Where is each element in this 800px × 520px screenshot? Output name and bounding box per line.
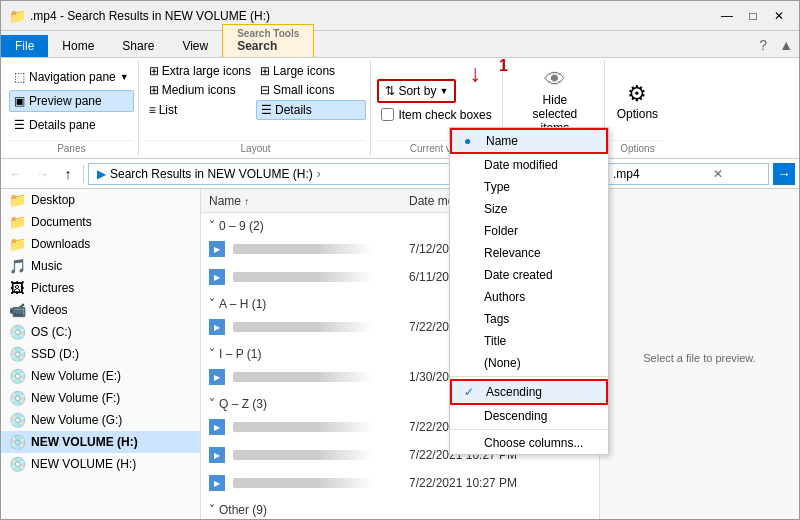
vol-h-active-icon: 💿 bbox=[9, 434, 25, 450]
sidebar-item-os-c[interactable]: 💿 OS (C:) bbox=[1, 321, 200, 343]
group-a-h-chevron[interactable]: ˅ bbox=[209, 297, 215, 311]
up-button[interactable]: ↑ bbox=[57, 163, 79, 185]
file-icon: ▶ bbox=[209, 369, 225, 385]
group-q-z-label: Q – Z (3) bbox=[219, 397, 267, 411]
sort-by-none-item[interactable]: (None) bbox=[450, 352, 608, 374]
sort-by-folder-item[interactable]: Folder bbox=[450, 220, 608, 242]
sort-authors-label: Authors bbox=[484, 290, 596, 304]
tab-home[interactable]: Home bbox=[48, 35, 108, 57]
sort-by-name-item[interactable]: ● Name bbox=[450, 128, 608, 154]
search-go-button[interactable]: → bbox=[773, 163, 795, 185]
medium-icons-icon: ⊞ bbox=[149, 83, 159, 97]
group-other-chevron[interactable]: ˅ bbox=[209, 503, 215, 517]
preview-pane-icon: ▣ bbox=[14, 94, 25, 108]
help-button[interactable]: ? bbox=[753, 33, 773, 57]
tab-search-tools[interactable]: Search Tools Search bbox=[222, 24, 314, 57]
list-icon: ≡ bbox=[149, 103, 156, 117]
tab-file[interactable]: File bbox=[1, 35, 48, 57]
sort-by-title-item[interactable]: Title bbox=[450, 330, 608, 352]
ribbon-group-panes: ⬚ Navigation pane ▼ ▣ Preview pane ☰ Det… bbox=[5, 60, 139, 156]
sidebar-item-vol-g[interactable]: 💿 New Volume (G:) bbox=[1, 409, 200, 431]
extra-large-icons-button[interactable]: ⊞ Extra large icons bbox=[145, 62, 255, 80]
path-chevron: › bbox=[317, 167, 321, 181]
desktop-label: Desktop bbox=[31, 193, 75, 207]
details-button[interactable]: ☰ Details bbox=[256, 100, 366, 120]
group-other-header: ˅ Other (9) bbox=[201, 497, 599, 519]
choose-columns-item[interactable]: Choose columns... bbox=[450, 432, 608, 454]
navigation-pane-dropdown-icon: ▼ bbox=[120, 72, 129, 82]
col-name-header[interactable]: Name ↑ bbox=[209, 194, 409, 208]
sidebar-item-documents[interactable]: 📁 Documents bbox=[1, 211, 200, 233]
sort-ascending-item[interactable]: ✓ Ascending bbox=[450, 379, 608, 405]
small-icons-icon: ⊟ bbox=[260, 83, 270, 97]
item-check-boxes-checkbox[interactable] bbox=[381, 108, 394, 121]
downloads-label: Downloads bbox=[31, 237, 90, 251]
ribbon-group-layout: ⊞ Extra large icons ⊞ Large icons ⊞ Medi… bbox=[141, 60, 372, 156]
back-button[interactable]: ← bbox=[5, 163, 27, 185]
name-check-icon: ● bbox=[464, 134, 478, 148]
group-q-z-chevron[interactable]: ˅ bbox=[209, 397, 215, 411]
sort-name-label: Name bbox=[486, 134, 594, 148]
extra-large-label: Extra large icons bbox=[162, 64, 251, 78]
close-button[interactable]: ✕ bbox=[767, 6, 791, 26]
ribbon-collapse-button[interactable]: ▲ bbox=[773, 33, 799, 57]
forward-button[interactable]: → bbox=[31, 163, 53, 185]
search-input[interactable] bbox=[613, 167, 713, 181]
file-icon: ▶ bbox=[209, 447, 225, 463]
options-button[interactable]: ⚙ Options bbox=[612, 76, 663, 126]
sidebar-item-desktop[interactable]: 📁 Desktop bbox=[1, 189, 200, 211]
sort-descending-item[interactable]: Descending bbox=[450, 405, 608, 427]
minimize-button[interactable]: — bbox=[715, 6, 739, 26]
sort-by-authors-item[interactable]: Authors bbox=[450, 286, 608, 308]
options-icon: ⚙ bbox=[627, 81, 647, 107]
path-arrow: ▶ bbox=[97, 167, 106, 181]
search-clear-button[interactable]: ✕ bbox=[713, 167, 723, 181]
group-0-9-chevron[interactable]: ˅ bbox=[209, 219, 215, 233]
sort-by-type-item[interactable]: Type bbox=[450, 176, 608, 198]
sidebar-item-pictures[interactable]: 🖼 Pictures bbox=[1, 277, 200, 299]
desktop-icon: 📁 bbox=[9, 192, 25, 208]
downloads-icon: 📁 bbox=[9, 236, 25, 252]
table-row[interactable]: ▶ 7/22/2021 10:27 PM bbox=[201, 469, 599, 497]
documents-label: Documents bbox=[31, 215, 92, 229]
maximize-button[interactable]: □ bbox=[741, 6, 765, 26]
tab-view[interactable]: View bbox=[168, 35, 222, 57]
file-name bbox=[233, 372, 409, 382]
sort-by-date-modified-item[interactable]: Date modified bbox=[450, 154, 608, 176]
address-divider bbox=[83, 165, 84, 183]
preview-pane-button[interactable]: ▣ Preview pane bbox=[9, 90, 134, 112]
sort-by-date-created-item[interactable]: Date created bbox=[450, 264, 608, 286]
ssd-d-icon: 💿 bbox=[9, 346, 25, 362]
title-bar-controls: — □ ✕ bbox=[715, 6, 791, 26]
sort-by-relevance-item[interactable]: Relevance bbox=[450, 242, 608, 264]
sidebar-item-downloads[interactable]: 📁 Downloads bbox=[1, 233, 200, 255]
sort-by-size-item[interactable]: Size bbox=[450, 198, 608, 220]
details-pane-button[interactable]: ☰ Details pane bbox=[9, 114, 134, 136]
vol-g-label: New Volume (G:) bbox=[31, 413, 122, 427]
sort-by-tags-item[interactable]: Tags bbox=[450, 308, 608, 330]
sidebar-item-vol-h2[interactable]: 💿 NEW VOLUME (H:) bbox=[1, 453, 200, 475]
medium-icons-button[interactable]: ⊞ Medium icons bbox=[145, 81, 255, 99]
sidebar-item-ssd-d[interactable]: 💿 SSD (D:) bbox=[1, 343, 200, 365]
sidebar-item-videos[interactable]: 📹 Videos bbox=[1, 299, 200, 321]
search-tab-label: Search bbox=[237, 39, 277, 53]
file-name bbox=[233, 422, 409, 432]
sidebar-item-music[interactable]: 🎵 Music bbox=[1, 255, 200, 277]
tab-share[interactable]: Share bbox=[108, 35, 168, 57]
large-icons-button[interactable]: ⊞ Large icons bbox=[256, 62, 366, 80]
sidebar-item-vol-f[interactable]: 💿 New Volume (F:) bbox=[1, 387, 200, 409]
sidebar-item-vol-h-active[interactable]: 💿 NEW VOLUME (H:) bbox=[1, 431, 200, 453]
navigation-pane-button[interactable]: ⬚ Navigation pane ▼ bbox=[9, 66, 134, 88]
file-icon: ▶ bbox=[209, 241, 225, 257]
sort-folder-label: Folder bbox=[484, 224, 596, 238]
sort-type-label: Type bbox=[484, 180, 596, 194]
list-button[interactable]: ≡ List bbox=[145, 100, 255, 120]
sort-by-button[interactable]: ⇅ Sort by ▼ bbox=[377, 79, 456, 103]
group-i-p-chevron[interactable]: ˅ bbox=[209, 347, 215, 361]
os-c-icon: 💿 bbox=[9, 324, 25, 340]
file-icon: ▶ bbox=[209, 475, 225, 491]
sidebar-item-vol-e[interactable]: 💿 New Volume (E:) bbox=[1, 365, 200, 387]
small-icons-button[interactable]: ⊟ Small icons bbox=[256, 81, 366, 99]
sort-by-dropdown-icon: ▼ bbox=[439, 86, 448, 96]
group-i-p-label: I – P (1) bbox=[219, 347, 261, 361]
